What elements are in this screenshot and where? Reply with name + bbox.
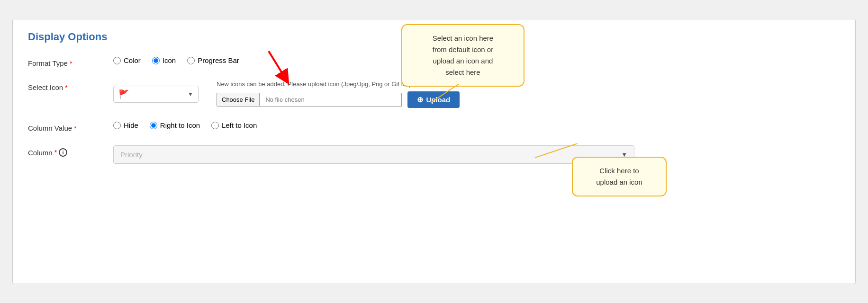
- tooltip-select-icon: Select an icon herefrom default icon oru…: [401, 24, 524, 87]
- format-type-icon-label: Icon: [163, 56, 176, 64]
- format-type-color-label: Color: [124, 56, 141, 64]
- column-value-left-label: Left to Icon: [222, 121, 257, 129]
- select-icon-label: Select Icon *: [28, 80, 113, 91]
- column-value-label: Column Value *: [28, 121, 113, 132]
- flag-icon: 🚩: [118, 89, 129, 99]
- tooltip-top-arrow-line: [431, 84, 488, 105]
- column-value-right-radio[interactable]: [150, 122, 157, 129]
- column-label: Column * i: [28, 145, 113, 157]
- column-value-hide-radio[interactable]: [113, 122, 121, 129]
- tooltip-bottom-arrow-line: [535, 143, 582, 160]
- icon-dropdown[interactable]: 🚩 ▼: [113, 86, 199, 103]
- svg-line-3: [535, 143, 578, 158]
- format-type-color-radio[interactable]: [113, 57, 121, 64]
- format-type-progressbar-radio[interactable]: [187, 57, 195, 64]
- column-value-right-label: Right to Icon: [160, 121, 200, 129]
- format-type-radio-group: Color Icon Progress Bar: [113, 56, 239, 64]
- column-info-icon[interactable]: i: [59, 148, 67, 157]
- format-type-icon-option[interactable]: Icon: [152, 56, 176, 64]
- display-options-panel: Display Options Format Type * Color Icon…: [12, 19, 856, 284]
- format-type-color-option[interactable]: Color: [113, 56, 141, 64]
- column-value-required: *: [74, 125, 76, 132]
- column-row: Column * i Priority ▼: [28, 145, 840, 164]
- column-value-hide-option[interactable]: Hide: [113, 121, 138, 129]
- column-value-left-radio[interactable]: [211, 122, 219, 129]
- select-icon-required: *: [65, 84, 67, 91]
- svg-line-1: [269, 51, 285, 78]
- file-name-display: No file chosen: [260, 93, 402, 107]
- column-value-left-option[interactable]: Left to Icon: [211, 121, 257, 129]
- format-type-progressbar-option[interactable]: Progress Bar: [187, 56, 239, 64]
- column-value-right-option[interactable]: Right to Icon: [150, 121, 200, 129]
- format-type-label: Format Type *: [28, 56, 113, 67]
- format-type-progressbar-label: Progress Bar: [198, 56, 239, 64]
- column-value-control: Hide Right to Icon Left to Icon: [113, 121, 840, 129]
- format-type-required: *: [70, 60, 72, 67]
- upload-row: Choose File No file chosen ⊕ Upload: [217, 91, 460, 108]
- icon-dropdown-chevron: ▼: [188, 91, 193, 98]
- column-required: *: [54, 149, 57, 156]
- column-value-hide-label: Hide: [124, 121, 138, 129]
- choose-file-button[interactable]: Choose File: [217, 93, 260, 107]
- svg-line-2: [431, 84, 459, 103]
- tooltip-upload-icon-text: Click here toupload an icon: [596, 167, 642, 186]
- column-value-radio-group: Hide Right to Icon Left to Icon: [113, 121, 257, 129]
- red-arrow-indicator: [259, 49, 297, 88]
- column-value-row: Column Value * Hide Right to Icon Left t…: [28, 121, 840, 132]
- column-control: Priority ▼: [113, 145, 840, 164]
- column-placeholder: Priority: [120, 151, 143, 159]
- upload-circle-icon: ⊕: [417, 95, 423, 104]
- tooltip-select-icon-text: Select an icon herefrom default icon oru…: [433, 34, 493, 76]
- tooltip-upload-icon: Click here toupload an icon: [572, 157, 667, 196]
- format-type-icon-radio[interactable]: [152, 57, 160, 64]
